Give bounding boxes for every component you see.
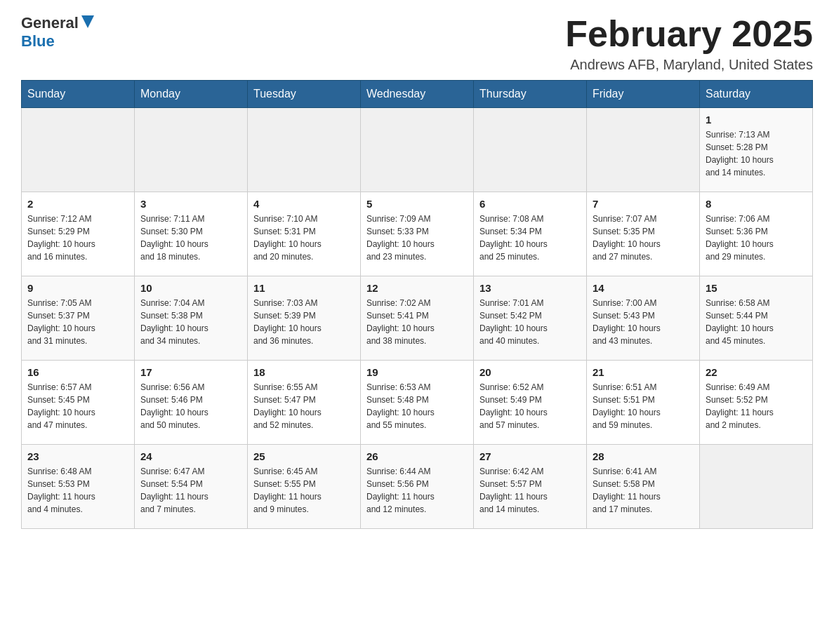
- calendar-day-cell: 26Sunrise: 6:44 AMSunset: 5:56 PMDayligh…: [361, 445, 474, 529]
- calendar-table: SundayMondayTuesdayWednesdayThursdayFrid…: [21, 80, 813, 529]
- calendar-day-cell: 3Sunrise: 7:11 AMSunset: 5:30 PMDaylight…: [135, 192, 248, 276]
- logo-general-text: General: [21, 14, 79, 32]
- day-info: Sunrise: 6:51 AMSunset: 5:51 PMDaylight:…: [593, 381, 694, 431]
- day-info: Sunrise: 6:57 AMSunset: 5:45 PMDaylight:…: [27, 381, 128, 431]
- day-info: Sunrise: 7:06 AMSunset: 5:36 PMDaylight:…: [706, 213, 807, 263]
- day-number: 16: [27, 366, 128, 378]
- day-info: Sunrise: 6:48 AMSunset: 5:53 PMDaylight:…: [27, 465, 128, 516]
- day-info: Sunrise: 6:44 AMSunset: 5:56 PMDaylight:…: [366, 465, 468, 516]
- calendar-day-cell: 1Sunrise: 7:13 AMSunset: 5:28 PMDaylight…: [700, 108, 813, 192]
- day-number: 6: [479, 198, 581, 210]
- day-number: 27: [479, 450, 581, 462]
- calendar-week-row: 9Sunrise: 7:05 AMSunset: 5:37 PMDaylight…: [22, 276, 813, 361]
- calendar-day-cell: 27Sunrise: 6:42 AMSunset: 5:57 PMDayligh…: [474, 445, 587, 529]
- calendar-day-cell: 24Sunrise: 6:47 AMSunset: 5:54 PMDayligh…: [135, 445, 248, 529]
- day-number: 11: [253, 282, 355, 294]
- day-number: 28: [593, 450, 694, 462]
- calendar-header-cell: Saturday: [700, 81, 813, 108]
- calendar-day-cell: 15Sunrise: 6:58 AMSunset: 5:44 PMDayligh…: [700, 276, 813, 361]
- calendar-day-cell: 8Sunrise: 7:06 AMSunset: 5:36 PMDaylight…: [700, 192, 813, 276]
- day-number: 12: [366, 282, 468, 294]
- day-info: Sunrise: 6:55 AMSunset: 5:47 PMDaylight:…: [253, 381, 355, 431]
- calendar-header-cell: Tuesday: [248, 81, 361, 108]
- day-number: 14: [593, 282, 694, 294]
- calendar-week-row: 2Sunrise: 7:12 AMSunset: 5:29 PMDaylight…: [22, 192, 813, 276]
- day-number: 21: [593, 366, 694, 378]
- day-number: 26: [366, 450, 468, 462]
- day-number: 18: [253, 366, 355, 378]
- header-right: February 2025 Andrews AFB, Maryland, Uni…: [565, 14, 813, 73]
- calendar-header: SundayMondayTuesdayWednesdayThursdayFrid…: [22, 81, 813, 108]
- calendar-day-cell: [135, 108, 248, 192]
- day-info: Sunrise: 6:53 AMSunset: 5:48 PMDaylight:…: [366, 381, 468, 431]
- day-number: 23: [27, 450, 128, 462]
- calendar-day-cell: 16Sunrise: 6:57 AMSunset: 5:45 PMDayligh…: [22, 361, 135, 445]
- day-number: 15: [706, 282, 807, 294]
- day-info: Sunrise: 7:09 AMSunset: 5:33 PMDaylight:…: [366, 213, 468, 263]
- calendar-week-row: 23Sunrise: 6:48 AMSunset: 5:53 PMDayligh…: [22, 445, 813, 529]
- calendar-day-cell: 17Sunrise: 6:56 AMSunset: 5:46 PMDayligh…: [135, 361, 248, 445]
- day-number: 13: [479, 282, 581, 294]
- day-info: Sunrise: 7:02 AMSunset: 5:41 PMDaylight:…: [366, 297, 468, 347]
- location-subtitle: Andrews AFB, Maryland, United States: [565, 57, 813, 73]
- day-number: 22: [706, 366, 807, 378]
- calendar-header-cell: Wednesday: [361, 81, 474, 108]
- day-info: Sunrise: 7:01 AMSunset: 5:42 PMDaylight:…: [479, 297, 581, 347]
- day-info: Sunrise: 7:12 AMSunset: 5:29 PMDaylight:…: [27, 213, 128, 263]
- day-number: 24: [140, 450, 241, 462]
- day-info: Sunrise: 7:10 AMSunset: 5:31 PMDaylight:…: [253, 213, 355, 263]
- calendar-day-cell: 14Sunrise: 7:00 AMSunset: 5:43 PMDayligh…: [587, 276, 700, 361]
- calendar-day-cell: 13Sunrise: 7:01 AMSunset: 5:42 PMDayligh…: [474, 276, 587, 361]
- day-number: 3: [140, 198, 241, 210]
- calendar-header-row: SundayMondayTuesdayWednesdayThursdayFrid…: [22, 81, 813, 108]
- day-number: 25: [253, 450, 355, 462]
- day-info: Sunrise: 7:03 AMSunset: 5:39 PMDaylight:…: [253, 297, 355, 347]
- calendar-day-cell: 18Sunrise: 6:55 AMSunset: 5:47 PMDayligh…: [248, 361, 361, 445]
- calendar-header-cell: Monday: [135, 81, 248, 108]
- day-number: 1: [706, 114, 807, 126]
- day-info: Sunrise: 7:07 AMSunset: 5:35 PMDaylight:…: [593, 213, 694, 263]
- day-info: Sunrise: 6:52 AMSunset: 5:49 PMDaylight:…: [479, 381, 581, 431]
- calendar-day-cell: [700, 445, 813, 529]
- day-info: Sunrise: 7:00 AMSunset: 5:43 PMDaylight:…: [593, 297, 694, 347]
- calendar-week-row: 16Sunrise: 6:57 AMSunset: 5:45 PMDayligh…: [22, 361, 813, 445]
- logo-blue-text: Blue: [21, 32, 55, 50]
- day-number: 10: [140, 282, 241, 294]
- calendar-day-cell: 19Sunrise: 6:53 AMSunset: 5:48 PMDayligh…: [361, 361, 474, 445]
- calendar-day-cell: 23Sunrise: 6:48 AMSunset: 5:53 PMDayligh…: [22, 445, 135, 529]
- day-info: Sunrise: 7:08 AMSunset: 5:34 PMDaylight:…: [479, 213, 581, 263]
- day-info: Sunrise: 6:42 AMSunset: 5:57 PMDaylight:…: [479, 465, 581, 516]
- month-title: February 2025: [565, 14, 813, 54]
- calendar-day-cell: 10Sunrise: 7:04 AMSunset: 5:38 PMDayligh…: [135, 276, 248, 361]
- calendar-day-cell: 21Sunrise: 6:51 AMSunset: 5:51 PMDayligh…: [587, 361, 700, 445]
- day-number: 2: [27, 198, 128, 210]
- day-number: 7: [593, 198, 694, 210]
- calendar-day-cell: 11Sunrise: 7:03 AMSunset: 5:39 PMDayligh…: [248, 276, 361, 361]
- calendar-day-cell: [361, 108, 474, 192]
- calendar-day-cell: 22Sunrise: 6:49 AMSunset: 5:52 PMDayligh…: [700, 361, 813, 445]
- day-info: Sunrise: 6:45 AMSunset: 5:55 PMDaylight:…: [253, 465, 355, 516]
- calendar-day-cell: 5Sunrise: 7:09 AMSunset: 5:33 PMDaylight…: [361, 192, 474, 276]
- calendar-day-cell: 6Sunrise: 7:08 AMSunset: 5:34 PMDaylight…: [474, 192, 587, 276]
- day-info: Sunrise: 7:05 AMSunset: 5:37 PMDaylight:…: [27, 297, 128, 347]
- day-number: 5: [366, 198, 468, 210]
- day-number: 4: [253, 198, 355, 210]
- calendar-day-cell: 2Sunrise: 7:12 AMSunset: 5:29 PMDaylight…: [22, 192, 135, 276]
- day-number: 19: [366, 366, 468, 378]
- calendar-day-cell: [587, 108, 700, 192]
- day-info: Sunrise: 6:49 AMSunset: 5:52 PMDaylight:…: [706, 381, 807, 431]
- day-number: 9: [27, 282, 128, 294]
- calendar-day-cell: 28Sunrise: 6:41 AMSunset: 5:58 PMDayligh…: [587, 445, 700, 529]
- day-number: 20: [479, 366, 581, 378]
- svg-marker-0: [81, 15, 94, 28]
- day-info: Sunrise: 6:41 AMSunset: 5:58 PMDaylight:…: [593, 465, 694, 516]
- calendar-day-cell: 4Sunrise: 7:10 AMSunset: 5:31 PMDaylight…: [248, 192, 361, 276]
- calendar-day-cell: 20Sunrise: 6:52 AMSunset: 5:49 PMDayligh…: [474, 361, 587, 445]
- logo: General Blue: [21, 14, 94, 51]
- calendar-header-cell: Thursday: [474, 81, 587, 108]
- day-info: Sunrise: 6:56 AMSunset: 5:46 PMDaylight:…: [140, 381, 241, 431]
- day-info: Sunrise: 7:13 AMSunset: 5:28 PMDaylight:…: [706, 128, 807, 179]
- page-header: General Blue February 2025 Andrews AFB, …: [21, 14, 813, 73]
- day-info: Sunrise: 7:04 AMSunset: 5:38 PMDaylight:…: [140, 297, 241, 347]
- day-info: Sunrise: 7:11 AMSunset: 5:30 PMDaylight:…: [140, 213, 241, 263]
